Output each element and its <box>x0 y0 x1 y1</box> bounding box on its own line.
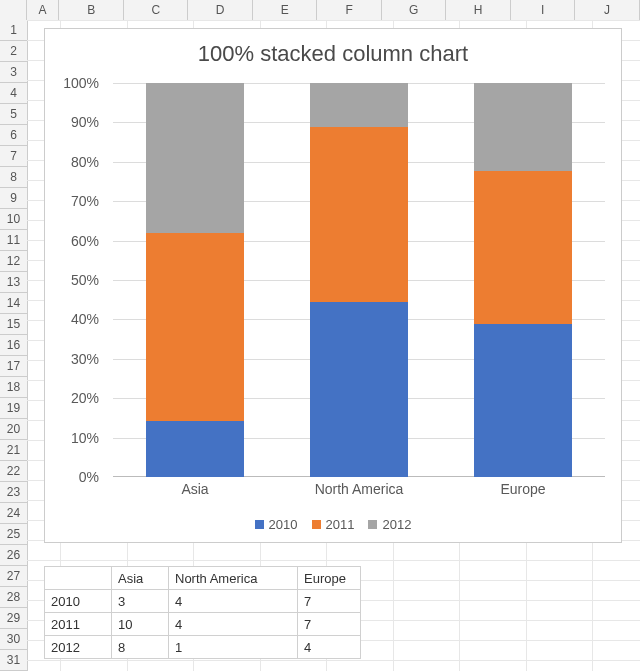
spreadsheet-view: ABCDEFGHIJ 12345678910111213141516171819… <box>0 0 640 671</box>
legend-item-2011[interactable]: 2011 <box>312 517 355 532</box>
bar-segment-2012[interactable] <box>146 83 244 233</box>
row-header-11[interactable]: 11 <box>0 230 27 251</box>
row-header-18[interactable]: 18 <box>0 377 27 398</box>
row-header-20[interactable]: 20 <box>0 419 27 440</box>
row-header-9[interactable]: 9 <box>0 188 27 209</box>
row-header-1[interactable]: 1 <box>0 20 27 41</box>
table-cell[interactable]: 7 <box>298 590 361 613</box>
bar-segment-2010[interactable] <box>146 421 244 477</box>
table-cell[interactable]: 7 <box>298 613 361 636</box>
y-tick-label: 100% <box>63 75 99 91</box>
table-cell[interactable]: 2010 <box>45 590 112 613</box>
row-header-12[interactable]: 12 <box>0 251 27 272</box>
bar-segment-2010[interactable] <box>310 302 408 477</box>
table-row: 2010 3 4 7 <box>45 590 361 613</box>
table-cell[interactable]: 10 <box>112 613 169 636</box>
column-header-D[interactable]: D <box>188 0 253 20</box>
table-header-row: Asia North America Europe <box>45 567 361 590</box>
y-tick-label: 90% <box>71 114 99 130</box>
table-cell[interactable]: 2012 <box>45 636 112 659</box>
row-headers: 1234567891011121314151617181920212223242… <box>0 20 28 671</box>
table-row: 2011 10 4 7 <box>45 613 361 636</box>
x-tick-label: North America <box>310 481 408 497</box>
y-tick-label: 40% <box>71 311 99 327</box>
row-header-26[interactable]: 26 <box>0 545 27 566</box>
table-header-cell[interactable]: Asia <box>112 567 169 590</box>
row-header-22[interactable]: 22 <box>0 461 27 482</box>
row-header-16[interactable]: 16 <box>0 335 27 356</box>
bar-column[interactable] <box>474 83 572 477</box>
column-header-F[interactable]: F <box>317 0 382 20</box>
y-tick-label: 30% <box>71 351 99 367</box>
table-cell[interactable]: 4 <box>169 613 298 636</box>
row-header-31[interactable]: 31 <box>0 650 27 671</box>
column-header-J[interactable]: J <box>575 0 640 20</box>
row-header-2[interactable]: 2 <box>0 41 27 62</box>
column-header-A[interactable]: A <box>27 0 60 20</box>
row-header-3[interactable]: 3 <box>0 62 27 83</box>
table-cell[interactable]: 3 <box>112 590 169 613</box>
source-data-table[interactable]: Asia North America Europe 2010 3 4 7 201… <box>44 566 361 659</box>
legend-label: 2010 <box>269 517 298 532</box>
row-header-30[interactable]: 30 <box>0 629 27 650</box>
row-header-19[interactable]: 19 <box>0 398 27 419</box>
row-header-8[interactable]: 8 <box>0 167 27 188</box>
table-cell[interactable]: 4 <box>169 590 298 613</box>
bar-segment-2011[interactable] <box>310 127 408 302</box>
table-header-cell[interactable]: North America <box>169 567 298 590</box>
legend-item-2012[interactable]: 2012 <box>368 517 411 532</box>
x-tick-label: Europe <box>474 481 572 497</box>
legend-swatch-icon <box>255 520 264 529</box>
row-header-4[interactable]: 4 <box>0 83 27 104</box>
bar-segment-2012[interactable] <box>474 83 572 171</box>
column-header-H[interactable]: H <box>446 0 511 20</box>
column-header-B[interactable]: B <box>59 0 124 20</box>
row-header-15[interactable]: 15 <box>0 314 27 335</box>
bar-column[interactable] <box>146 83 244 477</box>
bar-segment-2011[interactable] <box>474 171 572 324</box>
bar-segment-2011[interactable] <box>146 233 244 421</box>
y-tick-label: 20% <box>71 390 99 406</box>
select-all-corner[interactable] <box>0 0 27 20</box>
plot-area <box>113 83 605 477</box>
row-header-17[interactable]: 17 <box>0 356 27 377</box>
row-header-24[interactable]: 24 <box>0 503 27 524</box>
y-tick-label: 0% <box>79 469 99 485</box>
table-header-cell[interactable] <box>45 567 112 590</box>
table-header-cell[interactable]: Europe <box>298 567 361 590</box>
row-header-28[interactable]: 28 <box>0 587 27 608</box>
row-header-10[interactable]: 10 <box>0 209 27 230</box>
y-tick-label: 50% <box>71 272 99 288</box>
row-header-25[interactable]: 25 <box>0 524 27 545</box>
y-tick-label: 10% <box>71 430 99 446</box>
table-cell[interactable]: 2011 <box>45 613 112 636</box>
y-tick-label: 60% <box>71 233 99 249</box>
column-header-C[interactable]: C <box>124 0 188 20</box>
chart-object[interactable]: 100% stacked column chart 0%10%20%30%40%… <box>44 28 622 543</box>
x-tick-label: Asia <box>146 481 244 497</box>
bar-column[interactable] <box>310 83 408 477</box>
column-header-E[interactable]: E <box>253 0 317 20</box>
column-headers: ABCDEFGHIJ <box>0 0 640 21</box>
y-axis-labels: 0%10%20%30%40%50%60%70%80%90%100% <box>45 83 107 477</box>
row-header-27[interactable]: 27 <box>0 566 27 587</box>
stacked-bars <box>113 83 605 477</box>
row-header-13[interactable]: 13 <box>0 272 27 293</box>
row-header-21[interactable]: 21 <box>0 440 27 461</box>
legend-swatch-icon <box>312 520 321 529</box>
legend-item-2010[interactable]: 2010 <box>255 517 298 532</box>
table-cell[interactable]: 4 <box>298 636 361 659</box>
row-header-29[interactable]: 29 <box>0 608 27 629</box>
row-header-7[interactable]: 7 <box>0 146 27 167</box>
column-header-G[interactable]: G <box>382 0 446 20</box>
legend-label: 2012 <box>382 517 411 532</box>
bar-segment-2012[interactable] <box>310 83 408 127</box>
table-cell[interactable]: 1 <box>169 636 298 659</box>
row-header-5[interactable]: 5 <box>0 104 27 125</box>
row-header-14[interactable]: 14 <box>0 293 27 314</box>
bar-segment-2010[interactable] <box>474 324 572 477</box>
row-header-6[interactable]: 6 <box>0 125 27 146</box>
table-cell[interactable]: 8 <box>112 636 169 659</box>
row-header-23[interactable]: 23 <box>0 482 27 503</box>
column-header-I[interactable]: I <box>511 0 575 20</box>
